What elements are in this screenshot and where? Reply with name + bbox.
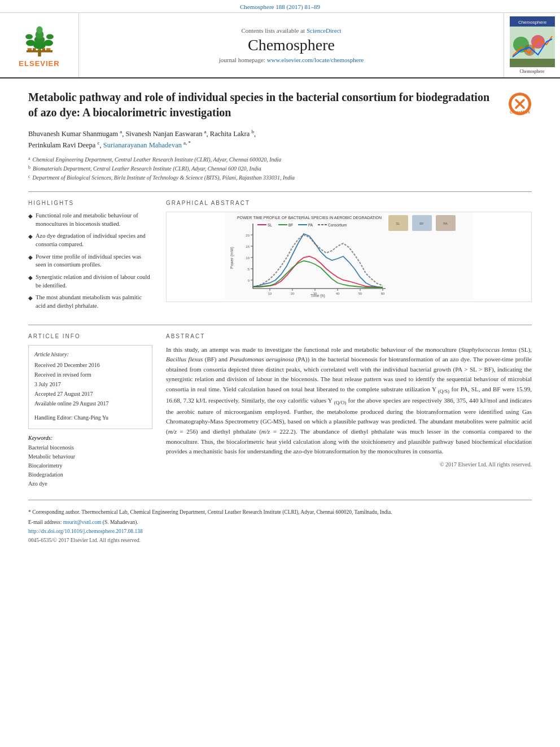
svg-text:CrossMark: CrossMark xyxy=(510,110,530,114)
svg-text:PA: PA xyxy=(443,222,448,225)
highlight-text-2: Azo dye degradation of individual specie… xyxy=(36,232,152,248)
highlights-graphical-row: HIGHLIGHTS ◆ Functional role and metabol… xyxy=(28,200,532,314)
bullet-5: ◆ xyxy=(28,294,33,302)
svg-rect-10 xyxy=(27,48,31,50)
crossmark-icon: CrossMark xyxy=(508,92,532,116)
middle-divider xyxy=(28,325,532,325)
cover-art: Chemosphere xyxy=(510,16,555,67)
journal-cover-image: Chemosphere Chemosphere xyxy=(504,13,560,77)
doi-line[interactable]: http://dx.doi.org/10.1016/j.chemosphere.… xyxy=(28,528,532,534)
journal-name-heading: Chemosphere xyxy=(248,36,335,54)
keyword-4: Biodegradation xyxy=(28,470,152,479)
footnotes-section: * Corresponding author. Thermochemical L… xyxy=(28,500,532,543)
affil-a: a Chemical Engineering Department, Centr… xyxy=(28,155,532,164)
svg-text:10: 10 xyxy=(268,292,272,295)
svg-text:50: 50 xyxy=(358,292,362,295)
svg-text:BF: BF xyxy=(288,223,293,227)
predicted-text: predicted xyxy=(392,418,415,425)
email-link[interactable]: msurit@vsnl.com xyxy=(63,519,102,525)
svg-rect-12 xyxy=(46,48,50,50)
received-revised-row: Received in revised form xyxy=(34,370,146,379)
svg-text:20: 20 xyxy=(246,234,250,237)
author-bhuvanesh: Bhuvanesh Kumar Shanmugam a, Sivanesh Na… xyxy=(28,130,256,138)
svg-text:PA: PA xyxy=(308,223,313,227)
keyword-3: Biocalorimetry xyxy=(28,461,152,470)
affil-c-text: Department of Biological Sciences, Birla… xyxy=(33,173,295,182)
svg-text:BF: BF xyxy=(419,222,424,225)
svg-text:POWER TIME PROFILE OF BACTERIA: POWER TIME PROFILE OF BACTERIAL SPECIES … xyxy=(237,216,382,220)
cover-svg: Chemosphere xyxy=(510,16,555,67)
keywords-label: Keywords: xyxy=(28,435,152,441)
abstract-column: ABSTRACT In this study, an attempt was m… xyxy=(166,333,532,488)
journal-center: Contents lists available at ScienceDirec… xyxy=(79,13,504,77)
email-label: E-mail address: xyxy=(28,519,62,525)
elsevier-brand-text: ELSEVIER xyxy=(19,59,59,68)
bullet-3: ◆ xyxy=(28,254,33,261)
page: Chemosphere 188 (2017) 81–89 xyxy=(0,0,560,747)
graphical-abstract-column: GRAPHICAL ABSTRACT SL BF PA xyxy=(166,200,532,314)
highlight-text-1: Functional role and metabolic behaviour … xyxy=(36,212,152,228)
bullet-4: ◆ xyxy=(28,274,33,282)
highlight-item-1: ◆ Functional role and metabolic behaviou… xyxy=(28,212,152,228)
abstract-text: In this study, an attempt was made to in… xyxy=(166,345,532,457)
article-title-text: Metabolic pathway and role of individual… xyxy=(28,90,508,120)
svg-rect-11 xyxy=(33,48,36,50)
keyword-2: Metabolic behaviour xyxy=(28,452,152,461)
header-section: ELSEVIER Contents lists available at Sci… xyxy=(0,13,560,78)
received-row: Received 20 December 2016 xyxy=(34,361,146,369)
svg-text:15: 15 xyxy=(246,245,250,248)
highlights-header: HIGHLIGHTS xyxy=(28,200,152,206)
revised-date-row: 3 July 2017 xyxy=(34,380,146,388)
section-divider xyxy=(28,191,532,192)
handling-editor-row: Handling Editor: Chang-Ping Yu xyxy=(34,413,146,422)
affil-sup-a: a xyxy=(28,155,30,164)
svg-text:20: 20 xyxy=(291,292,295,295)
svg-text:40: 40 xyxy=(336,292,340,295)
homepage-label: journal homepage: xyxy=(219,56,265,63)
keyword-1: Bacterial biocenosis xyxy=(28,443,152,452)
email-person: (S. Mahadevan). xyxy=(103,519,138,525)
corresponding-note: * Corresponding author. Thermochemical L… xyxy=(28,508,532,516)
svg-rect-13 xyxy=(42,48,45,50)
available-row: Available online 29 August 2017 xyxy=(34,399,146,408)
author-mahadevan-link[interactable]: Surianarayanan Mahadevan xyxy=(103,141,182,149)
svg-text:Power (mW): Power (mW) xyxy=(230,247,234,269)
issn-line: 0045-6535/© 2017 Elsevier Ltd. All right… xyxy=(28,538,532,543)
contents-available-text: Contents lists available at xyxy=(241,27,305,34)
science-direct-link[interactable]: ScienceDirect xyxy=(307,27,342,34)
affil-a-text: Chemical Engineering Department, Central… xyxy=(33,155,282,164)
svg-text:SL: SL xyxy=(268,223,272,227)
cover-title-text: Chemosphere xyxy=(520,69,545,74)
affiliations: a Chemical Engineering Department, Centr… xyxy=(28,155,532,182)
svg-rect-21 xyxy=(510,59,555,67)
article-info-column: ARTICLE INFO Article history: Received 2… xyxy=(28,333,152,488)
journal-homepage-link[interactable]: www.elsevier.com/locate/chemosphere xyxy=(267,56,364,63)
bullet-1: ◆ xyxy=(28,212,33,220)
svg-point-6 xyxy=(43,40,53,46)
svg-point-8 xyxy=(46,34,54,39)
svg-rect-9 xyxy=(26,50,52,53)
highlight-text-5: The most abundant metabolism was palmiti… xyxy=(36,294,152,310)
highlight-item-5: ◆ The most abundant metabolism was palmi… xyxy=(28,294,152,310)
main-content: Metabolic pathway and role of individual… xyxy=(0,78,560,560)
keyword-5: Azo dye xyxy=(28,479,152,488)
abstract-header: ABSTRACT xyxy=(166,333,532,339)
doi-link[interactable]: http://dx.doi.org/10.1016/j.chemosphere.… xyxy=(28,528,143,534)
chart-svg: SL BF PA POWER TIME PROFILE OF BACTERIAL… xyxy=(167,212,531,300)
bullet-2: ◆ xyxy=(28,233,33,241)
highlight-text-4: Synergistic relation and division of lab… xyxy=(36,273,152,290)
svg-text:30: 30 xyxy=(313,292,317,295)
crossmark-badge[interactable]: CrossMark xyxy=(508,92,532,116)
accepted-row: Accepted 27 August 2017 xyxy=(34,390,146,398)
affil-sup-b: b xyxy=(28,164,30,173)
authors-line: Bhuvanesh Kumar Shanmugam a, Sivanesh Na… xyxy=(28,128,532,151)
copyright-text: © 2017 Elsevier Ltd. All rights reserved… xyxy=(166,461,532,468)
graphical-abstract-image: SL BF PA POWER TIME PROFILE OF BACTERIAL… xyxy=(166,212,532,302)
history-label: Article history: xyxy=(34,351,146,357)
highlight-item-2: ◆ Azo dye degradation of individual spec… xyxy=(28,232,152,248)
highlights-column: HIGHLIGHTS ◆ Functional role and metabol… xyxy=(28,200,152,314)
svg-text:10: 10 xyxy=(246,256,250,260)
affil-b: b Biomaterials Department, Central Leath… xyxy=(28,164,532,173)
highlight-item-4: ◆ Synergistic relation and division of l… xyxy=(28,273,152,290)
svg-text:Consortium: Consortium xyxy=(328,223,347,227)
